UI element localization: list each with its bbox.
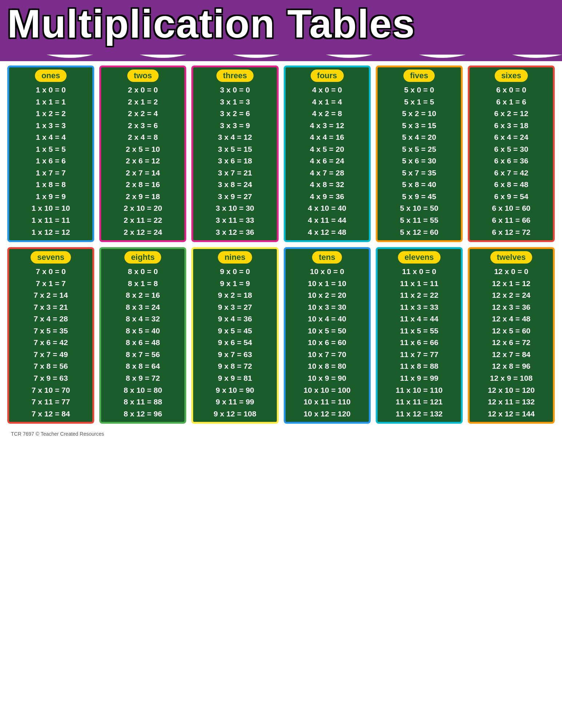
table-row: 6 x 8 = 48 xyxy=(472,179,551,191)
table-row: 4 x 5 = 20 xyxy=(288,143,367,155)
table-row: 7 x 0 = 0 xyxy=(11,266,90,278)
table-row: 9 x 8 = 72 xyxy=(195,360,274,372)
table-row: 2 x 6 = 12 xyxy=(103,155,182,167)
table-row: 11 x 0 = 0 xyxy=(380,266,459,278)
table-row: 2 x 2 = 4 xyxy=(103,108,182,120)
table-row: 2 x 9 = 18 xyxy=(103,191,182,203)
table-row: 3 x 11 = 33 xyxy=(195,214,274,226)
table-row: 7 x 1 = 7 xyxy=(11,278,90,290)
table-row: 8 x 5 = 40 xyxy=(103,325,182,337)
table-row: 3 x 6 = 18 xyxy=(195,155,274,167)
table-row: 7 x 8 = 56 xyxy=(11,360,90,372)
table-row: 6 x 1 = 6 xyxy=(472,96,551,108)
footer-text: TCR 7697 © Teacher Created Resources xyxy=(7,431,555,437)
table-row: 12 x 12 = 144 xyxy=(472,408,551,420)
table-row: 2 x 11 = 22 xyxy=(103,214,182,226)
table-row: 11 x 10 = 110 xyxy=(380,384,459,396)
table-row: 3 x 7 = 21 xyxy=(195,167,274,179)
page-title: Multiplication Tables xyxy=(7,4,555,44)
table-row: 10 x 0 = 0 xyxy=(288,266,367,278)
table-row: 10 x 4 = 40 xyxy=(288,313,367,325)
table-row: 11 x 12 = 132 xyxy=(380,408,459,420)
table-row: 8 x 1 = 8 xyxy=(103,278,182,290)
table-row: 1 x 6 = 6 xyxy=(11,155,90,167)
table-row: 9 x 5 = 45 xyxy=(195,325,274,337)
table-row: 4 x 9 = 36 xyxy=(288,191,367,203)
table-row: 4 x 11 = 44 xyxy=(288,214,367,226)
table-row: 5 x 10 = 50 xyxy=(380,202,459,214)
table-label-elevens: elevens xyxy=(398,251,441,264)
table-row: 1 x 0 = 0 xyxy=(11,84,90,96)
table-row: 10 x 3 = 30 xyxy=(288,301,367,313)
table-label-threes: threes xyxy=(216,70,254,82)
table-label-twelves: twelves xyxy=(490,251,533,264)
table-row: 2 x 12 = 24 xyxy=(103,226,182,238)
table-card-eights: eights8 x 0 = 08 x 1 = 88 x 2 = 168 x 3 … xyxy=(99,247,186,424)
table-label-eights: eights xyxy=(124,251,161,264)
table-row: 6 x 10 = 60 xyxy=(472,202,551,214)
table-row: 12 x 6 = 72 xyxy=(472,337,551,349)
table-row: 8 x 4 = 32 xyxy=(103,313,182,325)
table-row: 8 x 12 = 96 xyxy=(103,408,182,420)
table-row: 9 x 11 = 99 xyxy=(195,396,274,408)
table-row: 1 x 1 = 1 xyxy=(11,96,90,108)
table-row: 10 x 12 = 120 xyxy=(288,408,367,420)
table-row: 9 x 0 = 0 xyxy=(195,266,274,278)
table-row: 12 x 0 = 0 xyxy=(472,266,551,278)
table-row: 8 x 6 = 48 xyxy=(103,337,182,349)
table-row: 11 x 7 = 77 xyxy=(380,349,459,361)
table-row: 5 x 7 = 35 xyxy=(380,167,459,179)
table-row: 9 x 2 = 18 xyxy=(195,289,274,301)
table-card-twelves: twelves12 x 0 = 012 x 1 = 1212 x 2 = 241… xyxy=(468,247,555,424)
table-row: 1 x 10 = 10 xyxy=(11,202,90,214)
table-row: 9 x 3 = 27 xyxy=(195,301,274,313)
table-card-threes: threes3 x 0 = 03 x 1 = 33 x 2 = 63 x 3 =… xyxy=(191,66,278,242)
table-card-tens: tens10 x 0 = 010 x 1 = 1010 x 2 = 2010 x… xyxy=(284,247,371,424)
table-row: 8 x 7 = 56 xyxy=(103,349,182,361)
table-row: 3 x 2 = 6 xyxy=(195,108,274,120)
table-row: 11 x 6 = 66 xyxy=(380,337,459,349)
table-row: 8 x 11 = 88 xyxy=(103,396,182,408)
table-card-sixes: sixes6 x 0 = 06 x 1 = 66 x 2 = 126 x 3 =… xyxy=(468,66,555,242)
table-row: 5 x 5 = 25 xyxy=(380,143,459,155)
table-row: 11 x 3 = 33 xyxy=(380,301,459,313)
table-row: 10 x 10 = 100 xyxy=(288,384,367,396)
table-row: 5 x 6 = 30 xyxy=(380,155,459,167)
table-row: 9 x 10 = 90 xyxy=(195,384,274,396)
table-row: 1 x 2 = 2 xyxy=(11,108,90,120)
table-label-ones: ones xyxy=(35,70,67,82)
table-row: 2 x 10 = 20 xyxy=(103,202,182,214)
table-row: 1 x 3 = 3 xyxy=(11,120,90,132)
table-row: 2 x 3 = 6 xyxy=(103,120,182,132)
table-row: 7 x 12 = 84 xyxy=(11,408,90,420)
table-row: 6 x 9 = 54 xyxy=(472,191,551,203)
table-row: 6 x 12 = 72 xyxy=(472,226,551,238)
table-row: 1 x 8 = 8 xyxy=(11,179,90,191)
table-row: 8 x 2 = 16 xyxy=(103,289,182,301)
table-label-twos: twos xyxy=(127,70,159,82)
table-row: 1 x 5 = 5 xyxy=(11,143,90,155)
table-row: 9 x 4 = 36 xyxy=(195,313,274,325)
table-row: 8 x 10 = 80 xyxy=(103,384,182,396)
table-card-sevens: sevens7 x 0 = 07 x 1 = 77 x 2 = 147 x 3 … xyxy=(7,247,94,424)
table-row: 4 x 6 = 24 xyxy=(288,155,367,167)
table-row: 7 x 2 = 14 xyxy=(11,289,90,301)
table-row: 2 x 8 = 16 xyxy=(103,179,182,191)
table-row: 5 x 9 = 45 xyxy=(380,191,459,203)
table-row: 2 x 1 = 2 xyxy=(103,96,182,108)
table-label-fours: fours xyxy=(311,70,344,82)
table-row: 5 x 4 = 20 xyxy=(380,131,459,143)
table-row: 5 x 3 = 15 xyxy=(380,120,459,132)
table-row: 6 x 0 = 0 xyxy=(472,84,551,96)
table-row: 9 x 6 = 54 xyxy=(195,337,274,349)
table-row: 8 x 0 = 0 xyxy=(103,266,182,278)
table-row: 6 x 6 = 36 xyxy=(472,155,551,167)
table-row: 2 x 4 = 8 xyxy=(103,131,182,143)
table-row: 4 x 12 = 48 xyxy=(288,226,367,238)
table-row: 7 x 4 = 28 xyxy=(11,313,90,325)
table-row: 10 x 7 = 70 xyxy=(288,349,367,361)
wavy-divider xyxy=(0,48,562,61)
table-row: 6 x 11 = 66 xyxy=(472,214,551,226)
table-row: 7 x 11 = 77 xyxy=(11,396,90,408)
table-row: 10 x 5 = 50 xyxy=(288,325,367,337)
